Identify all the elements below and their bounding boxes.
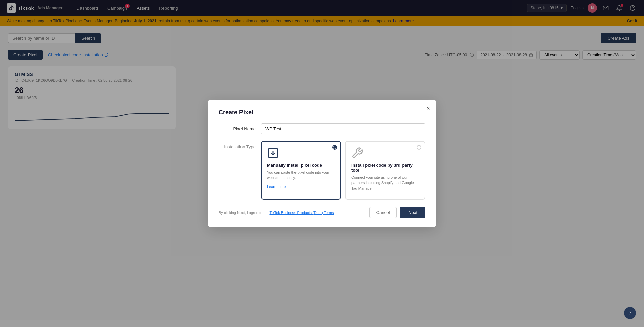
modal-overlay: Create Pixel × Pixel Name Installation T… (0, 0, 644, 320)
create-pixel-modal: Create Pixel × Pixel Name Installation T… (208, 100, 436, 228)
cancel-button[interactable]: Cancel (369, 207, 397, 218)
pixel-name-field[interactable] (261, 123, 425, 134)
help-button[interactable]: ? (624, 307, 636, 319)
third-party-install-radio[interactable] (417, 145, 421, 150)
modal-footer: By clicking Next, I agree to the TikTok … (219, 207, 425, 218)
third-party-install-option[interactable]: Install pixel code by 3rd party tool Con… (345, 141, 425, 200)
download-icon (267, 147, 279, 159)
next-button[interactable]: Next (400, 207, 425, 218)
tool-icon (351, 147, 363, 159)
manual-install-radio[interactable] (332, 145, 337, 150)
terms-link[interactable]: TikTok Business Products (Data) Terms (269, 211, 334, 215)
pixel-name-row: Pixel Name (219, 123, 425, 134)
modal-close-button[interactable]: × (426, 105, 430, 112)
installation-type-label: Installation Type (219, 141, 256, 149)
manual-learn-more-link[interactable]: Learn more (267, 185, 286, 189)
installation-type-row: Installation Type Manually install pixel… (219, 141, 425, 200)
modal-actions: Cancel Next (369, 207, 425, 218)
modal-title: Create Pixel (219, 109, 425, 116)
third-party-option-desc: Connect your site using one of our partn… (351, 175, 419, 191)
terms-text: By clicking Next, I agree to the TikTok … (219, 211, 334, 215)
installation-options: Manually install pixel code You can past… (261, 141, 425, 200)
third-party-option-title: Install pixel code by 3rd party tool (351, 162, 419, 173)
manual-install-option[interactable]: Manually install pixel code You can past… (261, 141, 341, 200)
manual-option-desc: You can paste the pixel code into your w… (267, 170, 335, 181)
pixel-name-label: Pixel Name (219, 126, 256, 131)
manual-option-title: Manually install pixel code (267, 162, 335, 168)
